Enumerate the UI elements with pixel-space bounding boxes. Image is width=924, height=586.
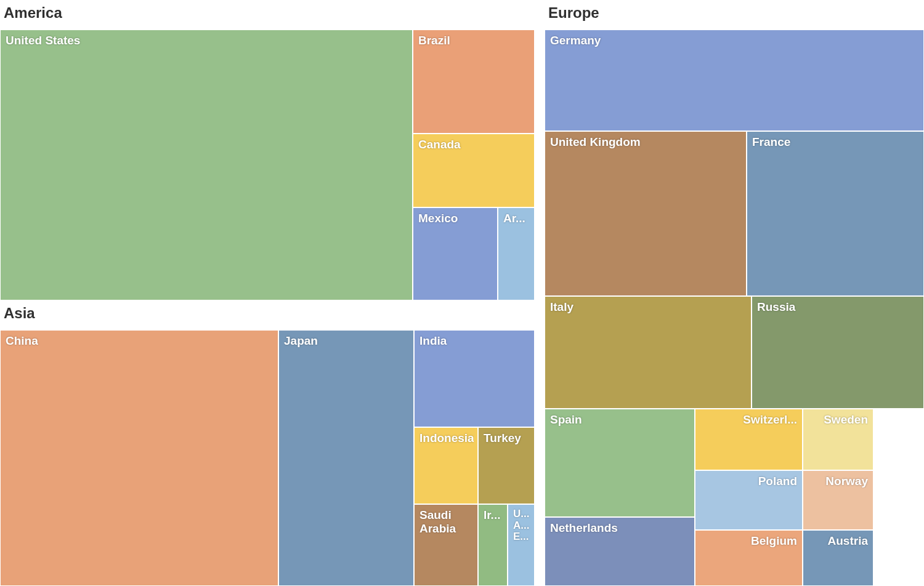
cell-switzerland[interactable]: Switzerl... bbox=[695, 409, 803, 470]
cell-label: Germany bbox=[550, 34, 920, 47]
cell-turkey[interactable]: Turkey bbox=[478, 427, 535, 504]
cell-belgium[interactable]: Belgium bbox=[695, 530, 803, 586]
cell-label: Ir... bbox=[484, 508, 503, 522]
cell-label: Ar... bbox=[503, 212, 530, 225]
group-header-europe: Europe bbox=[545, 0, 924, 30]
group-header-asia: Asia bbox=[0, 300, 535, 330]
cell-united-states[interactable]: United States bbox=[0, 30, 413, 300]
cell-label: United States bbox=[6, 34, 408, 47]
cell-label: Mexico bbox=[418, 212, 493, 225]
cell-label: Japan bbox=[284, 334, 410, 348]
cell-label: Italy bbox=[550, 300, 747, 314]
cell-norway[interactable]: Norway bbox=[803, 470, 873, 530]
cell-label: Turkey bbox=[484, 431, 530, 445]
cell-germany[interactable]: Germany bbox=[545, 30, 924, 131]
cell-japan[interactable]: Japan bbox=[278, 330, 414, 586]
cell-argentina[interactable]: Ar... bbox=[498, 207, 535, 300]
cell-indonesia[interactable]: Indonesia bbox=[414, 427, 478, 504]
cell-brazil[interactable]: Brazil bbox=[413, 30, 535, 134]
cell-label: Norway bbox=[807, 475, 868, 488]
group-label: America bbox=[4, 4, 62, 21]
cell-label: Poland bbox=[699, 475, 797, 488]
cell-label: Brazil bbox=[418, 34, 530, 47]
group-label: Europe bbox=[548, 4, 599, 21]
cell-canada[interactable]: Canada bbox=[413, 134, 535, 207]
cell-label: Belgium bbox=[699, 534, 797, 548]
cell-spain[interactable]: Spain bbox=[545, 409, 695, 517]
group-header-america: America bbox=[0, 0, 535, 30]
cell-label: Russia bbox=[757, 300, 920, 314]
cell-iran[interactable]: Ir... bbox=[478, 504, 508, 586]
cell-label: India bbox=[419, 334, 530, 348]
cell-india[interactable]: India bbox=[414, 330, 535, 427]
cell-china[interactable]: China bbox=[0, 330, 278, 586]
cell-italy[interactable]: Italy bbox=[545, 296, 752, 409]
cell-label: China bbox=[6, 334, 274, 348]
cell-russia[interactable]: Russia bbox=[752, 296, 924, 409]
cell-label: Indonesia bbox=[419, 431, 474, 445]
cell-uae[interactable]: U... A... E... bbox=[508, 504, 535, 586]
group-label: Asia bbox=[4, 305, 35, 321]
cell-label: Austria bbox=[807, 534, 868, 548]
cell-label: U... A... E... bbox=[513, 508, 530, 543]
cell-label: Saudi Arabia bbox=[419, 508, 474, 536]
cell-saudi-arabia[interactable]: Saudi Arabia bbox=[414, 504, 478, 586]
cell-label: France bbox=[752, 135, 920, 149]
cell-france[interactable]: France bbox=[747, 131, 924, 296]
cell-label: Canada bbox=[418, 138, 530, 151]
cell-netherlands[interactable]: Netherlands bbox=[545, 517, 695, 586]
cell-label: Spain bbox=[550, 413, 691, 427]
cell-austria[interactable]: Austria bbox=[803, 530, 873, 586]
cell-label: Switzerl... bbox=[699, 413, 797, 427]
cell-sweden[interactable]: Sweden bbox=[803, 409, 873, 470]
cell-poland[interactable]: Poland bbox=[695, 470, 803, 530]
cell-united-kingdom[interactable]: United Kingdom bbox=[545, 131, 747, 296]
cell-mexico[interactable]: Mexico bbox=[413, 207, 498, 300]
cell-label: Sweden bbox=[807, 413, 868, 427]
cell-label: Netherlands bbox=[550, 521, 691, 535]
treemap-chart: America United States Brazil Canada Mexi… bbox=[0, 0, 924, 586]
cell-label: United Kingdom bbox=[550, 135, 742, 149]
